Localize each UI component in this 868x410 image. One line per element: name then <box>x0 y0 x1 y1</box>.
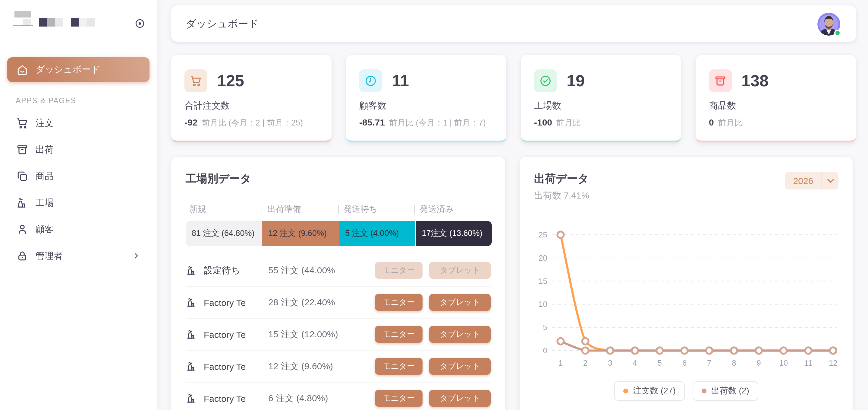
stat-delta-note: 前月比 <box>718 118 743 127</box>
sidebar-item-label: 商品 <box>36 171 54 182</box>
stat-label: 顧客数 <box>359 100 493 112</box>
factory-row: 設定待ち 55 注文 (44.00% モニター タブレット <box>186 255 491 286</box>
stat-value: 125 <box>217 71 244 90</box>
tablet-button[interactable]: タブレット <box>429 390 491 407</box>
user-icon <box>16 223 29 236</box>
stat-label: 商品数 <box>709 100 843 112</box>
monitor-button[interactable]: モニター <box>375 262 423 279</box>
factory-row: Factory Te 28 注文 (22.40% モニター タブレット <box>186 286 491 318</box>
sidebar-item-label: 工場 <box>36 197 54 208</box>
factory-icon <box>186 392 198 404</box>
factory-icon <box>186 264 198 276</box>
stat-delta-note: 前月比 (今月：2 | 前月：25) <box>202 118 303 127</box>
tablet-button[interactable]: タブレット <box>429 358 491 375</box>
sidebar-item-admin[interactable]: 管理者 <box>7 244 150 268</box>
chevron-right-icon <box>131 251 141 261</box>
factory-icon <box>16 196 29 209</box>
factory-name: 設定待ち <box>204 265 261 276</box>
avatar[interactable] <box>817 13 840 36</box>
factory-order-count: 6 注文 (4.80%) <box>268 392 365 404</box>
logo-placeholder <box>13 25 33 26</box>
svg-text:3: 3 <box>608 358 612 368</box>
shipment-box-icon <box>16 143 29 156</box>
orders-progress-bar: 81 注文 (64.80%) 12 注文 (9.60%) 5 注文 (4.00%… <box>186 221 492 246</box>
factory-name: Factory Te <box>204 297 261 308</box>
clock-icon <box>359 69 382 92</box>
monitor-button[interactable]: モニター <box>375 390 423 407</box>
sidebar-item-shipments[interactable]: 出荷 <box>7 138 150 162</box>
sidebar-item-products[interactable]: 商品 <box>7 164 150 188</box>
chevron-down-icon <box>822 172 838 189</box>
panel-title: 工場別データ <box>186 171 491 186</box>
stat-value: 19 <box>567 71 585 90</box>
svg-text:1: 1 <box>558 358 563 368</box>
sidebar-nav: ダッシュボード APPS & PAGES 注文 出荷 商品 <box>0 57 157 268</box>
svg-text:11: 11 <box>804 358 812 368</box>
sidebar-item-label: 注文 <box>36 117 54 129</box>
sidebar: ダッシュボード APPS & PAGES 注文 出荷 商品 <box>0 0 157 410</box>
stat-value: 11 <box>392 71 409 90</box>
legend-item-orders[interactable]: 注文数 (27) <box>614 381 685 401</box>
stat-card-products: 138 商品数 0前月比 <box>695 55 856 142</box>
svg-text:0: 0 <box>543 346 547 355</box>
svg-text:8: 8 <box>732 358 736 368</box>
legend-label: 注文数 (27) <box>633 386 676 397</box>
factory-order-count: 15 注文 (12.00%) <box>268 328 365 340</box>
header-bar: ダッシュボード <box>171 5 856 41</box>
tablet-button[interactable]: タブレット <box>429 262 491 279</box>
year-select-value: 2026 <box>785 172 822 189</box>
svg-text:15: 15 <box>538 277 547 286</box>
stat-label: 工場数 <box>534 100 668 112</box>
online-status-dot <box>834 30 841 36</box>
sidebar-item-dashboard[interactable]: ダッシュボード <box>7 57 150 82</box>
monitor-button[interactable]: モニター <box>375 358 423 375</box>
shipping-data-panel: 出荷データ 出荷数 7.41% 2026 0510152025123456789… <box>520 157 853 410</box>
sidebar-item-factories[interactable]: 工場 <box>7 191 150 215</box>
stat-card-customers: 11 顧客数 -85.71前月比 (今月：1 | 前月：7) <box>346 55 506 142</box>
stat-delta: -92 <box>184 117 197 127</box>
factory-icon <box>186 360 198 372</box>
shipment-chart: 0510152025123456789101112 <box>532 226 840 374</box>
stats-row: 125 合計注文数 -92前月比 (今月：2 | 前月：25) 11 顧客数 -… <box>171 55 856 142</box>
record-circle-icon <box>134 18 146 30</box>
sidebar-logo-row <box>0 0 157 47</box>
legend-dot <box>702 388 707 393</box>
dashboard-page: ダッシュボード APPS & PAGES 注文 出荷 商品 <box>0 0 868 410</box>
svg-text:4: 4 <box>632 358 637 368</box>
factory-order-count: 12 注文 (9.60%) <box>268 360 365 372</box>
sidebar-section-label: APPS & PAGES <box>16 96 141 105</box>
brand-name-placeholder <box>79 18 87 27</box>
stat-delta-note: 前月比 (今月：1 | 前月：7) <box>389 118 486 127</box>
legend-label: 出荷数 (2) <box>711 386 749 397</box>
segment-header: 新規 出荷準備 発送待ち 発送済み <box>186 204 491 215</box>
svg-text:20: 20 <box>538 254 547 262</box>
tablet-button[interactable]: タブレット <box>429 294 491 311</box>
factory-name: Factory Te <box>204 393 261 403</box>
shipment-chart-wrap: 0510152025123456789101112 <box>532 226 840 374</box>
year-select[interactable]: 2026 <box>785 172 838 189</box>
brand-name-placeholder <box>39 18 47 27</box>
segment-header-label: 発送待ち <box>338 204 414 215</box>
svg-text:10: 10 <box>779 358 788 368</box>
stat-delta: -100 <box>534 117 552 127</box>
stat-delta-note: 前月比 <box>556 118 581 127</box>
stat-label: 合計注文数 <box>184 100 318 112</box>
sidebar-item-label: 出荷 <box>36 144 54 155</box>
factory-order-count: 28 注文 (22.40% <box>268 297 365 308</box>
factory-icon <box>186 296 198 308</box>
sidebar-item-orders[interactable]: 注文 <box>7 111 150 135</box>
sidebar-item-customers[interactable]: 顧客 <box>7 217 150 241</box>
brand-name-placeholder <box>55 18 63 27</box>
tablet-button[interactable]: タブレット <box>429 326 491 343</box>
svg-text:2: 2 <box>583 358 587 368</box>
monitor-button[interactable]: モニター <box>375 326 423 343</box>
stat-value: 138 <box>741 71 769 90</box>
legend-item-shipments[interactable]: 出荷数 (2) <box>692 381 758 401</box>
brand-name-placeholder <box>71 18 79 27</box>
check-circle-icon <box>534 69 557 92</box>
logo-placeholder <box>23 19 31 25</box>
factory-name: Factory Te <box>204 361 261 371</box>
sidebar-pin-button[interactable] <box>134 18 146 30</box>
monitor-button[interactable]: モニター <box>375 294 423 311</box>
svg-text:10: 10 <box>538 300 547 309</box>
